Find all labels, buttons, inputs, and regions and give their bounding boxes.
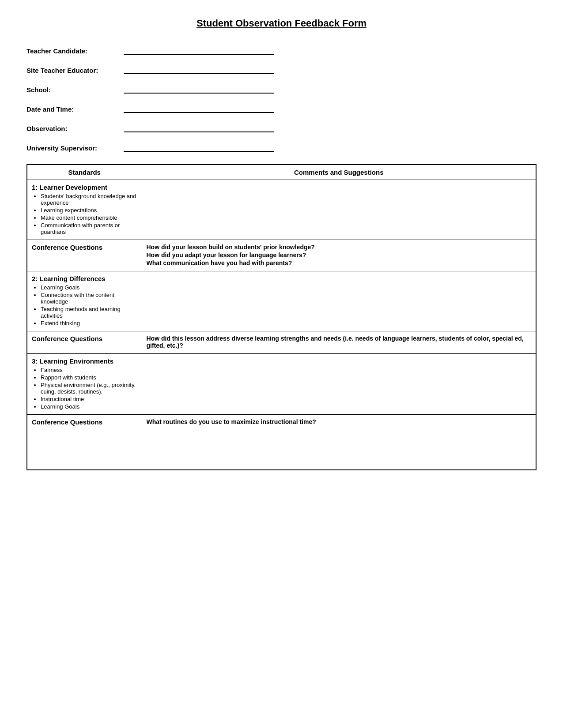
form-row-school: School: [26,84,537,94]
bullet-item-section-1-0: Students' background knowledge and exper… [41,193,137,206]
bullet-item-section-3-3: Instructional time [41,396,137,402]
bullet-item-section-1-2: Make content comprehensible [41,214,137,221]
empty-cell-1 [27,430,142,470]
conf-question-section-1-1: How did you adapt your lesson for langua… [147,251,532,259]
form-label-date-time: Date and Time: [26,105,124,113]
form-row-observation: Observation: [26,123,537,132]
main-table: Standards Comments and Suggestions 1: Le… [26,164,537,470]
header-standards: Standards [27,165,142,180]
conf-questions-cell-section-1: How did your lesson build on students' p… [142,240,536,271]
form-row-site-teacher-educator: Site Teacher Educator: [26,64,537,74]
comments-cell-section-1[interactable] [142,180,536,240]
table-row-section-1: 1: Learner DevelopmentStudents' backgrou… [27,180,536,240]
conf-label-section-3: Conference Questions [27,415,142,430]
form-input-observation[interactable] [124,123,274,132]
bullet-item-section-3-0: Fairness [41,367,137,373]
conf-question-section-1-2: What communication have you had with par… [147,259,532,266]
form-input-site-teacher-educator[interactable] [124,64,274,74]
table-header-row: Standards Comments and Suggestions [27,165,536,180]
bullet-item-section-2-1: Connections with the content knowledge [41,292,137,305]
form-input-date-time[interactable] [124,103,274,113]
empty-row-final [27,430,536,470]
conf-question-section-2-0: How did this lesson address diverse lear… [147,335,532,349]
standards-cell-section-1: 1: Learner DevelopmentStudents' backgrou… [27,180,142,240]
bullet-item-section-2-2: Teaching methods and learning activities [41,306,137,319]
section-title-section-3: 3: Learning Environments [32,357,137,365]
section-title-section-2: 2: Learning Differences [32,275,137,282]
page-title: Student Observation Feedback Form [26,18,537,29]
conf-question-section-3-0: What routines do you use to maximize ins… [147,418,532,425]
section-title-section-1: 1: Learner Development [32,184,137,191]
conf-label-section-1: Conference Questions [27,240,142,271]
form-label-university-supervisor: University Supervisor: [26,144,124,152]
header-comments: Comments and Suggestions [142,165,536,180]
standards-cell-section-2: 2: Learning DifferencesLearning GoalsCon… [27,271,142,331]
form-fields: Teacher Candidate:Site Teacher Educator:… [26,45,537,152]
bullet-item-section-2-3: Extend thinking [41,320,137,326]
conf-row-section-2: Conference QuestionsHow did this lesson … [27,331,536,354]
conf-label-section-2: Conference Questions [27,331,142,354]
table-row-section-3: 3: Learning EnvironmentsFairnessRapport … [27,354,536,415]
bullet-item-section-2-0: Learning Goals [41,284,137,291]
form-label-site-teacher-educator: Site Teacher Educator: [26,67,124,74]
form-input-school[interactable] [124,84,274,94]
form-row-teacher-candidate: Teacher Candidate: [26,45,537,55]
conf-question-section-1-0: How did your lesson build on students' p… [147,244,532,251]
form-row-date-time: Date and Time: [26,103,537,113]
form-input-teacher-candidate[interactable] [124,45,274,55]
standards-cell-section-3: 3: Learning EnvironmentsFairnessRapport … [27,354,142,415]
bullet-item-section-1-3: Communication with parents or guardians [41,222,137,235]
conf-questions-cell-section-2: How did this lesson address diverse lear… [142,331,536,354]
bullet-item-section-1-1: Learning expectations [41,207,137,214]
empty-cell-2 [142,430,536,470]
form-label-teacher-candidate: Teacher Candidate: [26,47,124,55]
form-label-observation: Observation: [26,125,124,132]
conf-questions-cell-section-3: What routines do you use to maximize ins… [142,415,536,430]
bullet-item-section-3-4: Learning Goals [41,403,137,410]
bullet-item-section-3-1: Rapport with students [41,374,137,381]
comments-cell-section-2[interactable] [142,271,536,331]
conf-row-section-3: Conference QuestionsWhat routines do you… [27,415,536,430]
form-input-university-supervisor[interactable] [124,142,274,152]
form-row-university-supervisor: University Supervisor: [26,142,537,152]
form-label-school: School: [26,86,124,94]
comments-cell-section-3[interactable] [142,354,536,415]
table-row-section-2: 2: Learning DifferencesLearning GoalsCon… [27,271,536,331]
conf-row-section-1: Conference QuestionsHow did your lesson … [27,240,536,271]
bullet-item-section-3-2: Physical environment (e.g., proximity, c… [41,382,137,395]
